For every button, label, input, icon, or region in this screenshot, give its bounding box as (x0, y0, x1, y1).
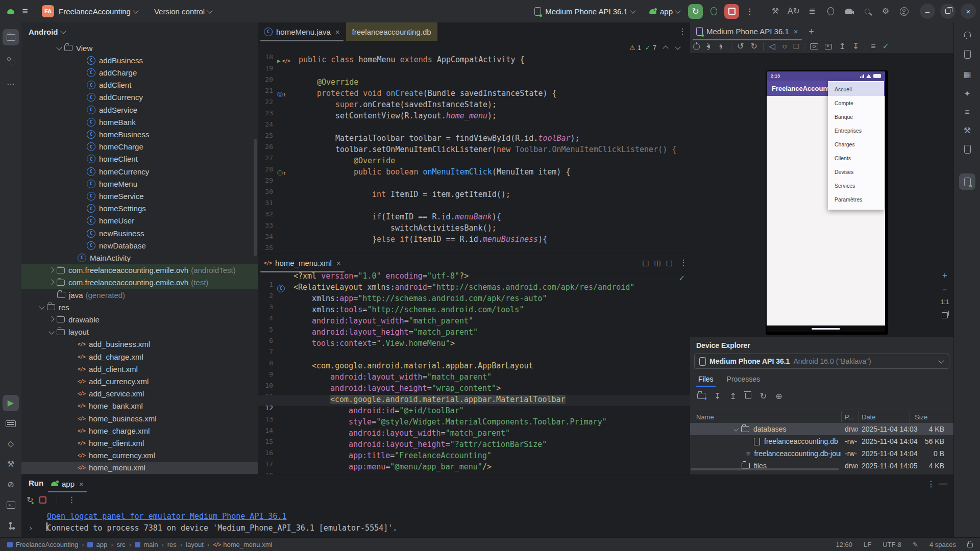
column-Size[interactable]: Size (915, 410, 927, 423)
code-line-20[interactable]: 20 (258, 66, 690, 78)
rerun-button[interactable]: ↻ (688, 4, 703, 19)
tree-item-home_client.xml[interactable]: </> home_client.xml (21, 437, 258, 449)
tree-item-homeBusiness[interactable]: C homeBusiness (21, 128, 258, 140)
upload-icon[interactable]: ↥ (839, 42, 845, 51)
close-tab-icon[interactable]: × (335, 28, 340, 36)
code-line-10[interactable]: 10 android:layout_width="match_parent" (258, 372, 690, 384)
tab-freelanceaccounting-db[interactable]: freelanceaccounting.db (346, 22, 437, 41)
tree-item-homeCurrency[interactable]: C homeCurrency (21, 165, 258, 178)
vcs-widget[interactable]: Version control (154, 7, 213, 16)
tree-item-homeBank[interactable]: C homeBank (21, 116, 258, 128)
download-icon[interactable]: ↧ (852, 42, 859, 51)
rotate-right-icon[interactable]: ↻ (750, 42, 757, 51)
project-scrollbar[interactable] (254, 139, 257, 256)
device-manager-icon[interactable] (959, 46, 975, 62)
emulator-phone-frame[interactable]: 2:13 FreelanceAccounting AccueilCompteBa… (766, 70, 888, 335)
code-line-31[interactable]: 31 int ItemID = item.getItemId(); (258, 190, 690, 201)
build-icon[interactable]: ⚒ (772, 7, 779, 15)
problems-icon[interactable]: ⊘ (3, 477, 19, 493)
run-panel-options-icon[interactable]: ⋮ (927, 479, 935, 489)
notifications-icon[interactable] (964, 31, 971, 37)
close-tab-icon[interactable]: × (336, 259, 341, 267)
zoom-ratio-label[interactable]: 1:1 (941, 298, 949, 306)
project-tool-icon[interactable] (7, 34, 15, 41)
code-line-29[interactable]: 29Ⓘ↑ public boolean onMenuItemClick(Menu… (258, 167, 690, 179)
tree-item-home_bank.xml[interactable]: </> home_bank.xml (21, 400, 258, 412)
menu-item-Entreprises[interactable]: Entreprises (828, 123, 884, 137)
tree-item-com.freelanceaccounting.emile.ovh[interactable]: com.freelanceaccounting.emile.ovh(test) (21, 277, 258, 289)
tab-running-device[interactable]: Medium Phone API 36.1 × (690, 22, 804, 40)
menu-item-Paramètres[interactable]: Paramètres (828, 192, 884, 206)
code-line-23[interactable]: 23 super.onCreate(savedInstanceState); (258, 100, 690, 111)
app-insights-icon[interactable]: ◇ (8, 440, 14, 448)
device-explorer-icon[interactable] (959, 141, 975, 157)
layout-inspector-icon[interactable]: ▦ (963, 70, 971, 79)
menu-item-Devises[interactable]: Devises (828, 165, 884, 179)
tree-item-com.freelanceaccounting.emile.ovh[interactable]: com.freelanceaccounting.emile.ovh(androi… (21, 264, 258, 277)
readonly-lock-icon[interactable] (967, 540, 973, 549)
tree-item-add_service.xml[interactable]: </> add_service.xml (21, 388, 258, 400)
tree-item-add_charge.xml[interactable]: </> add_charge.xml (21, 350, 258, 363)
build-tool-icon[interactable]: ⚒ (7, 460, 14, 468)
code-line-18[interactable]: 18 app:menu="@menu/app_bar_menu"/> (258, 462, 690, 473)
main-menu-button[interactable]: ≡ (17, 4, 33, 19)
code-line-28[interactable]: 28 @Override (258, 156, 690, 167)
code-line-7[interactable]: 7 tools:context=".View.homeMenu"> (258, 339, 690, 350)
overrides-icon[interactable]: Ⓞ↑ (277, 91, 286, 98)
breadcrumb-src[interactable]: src (117, 541, 126, 548)
tree-item-addBusiness[interactable]: C addBusiness (21, 54, 258, 66)
implements-icon[interactable]: Ⓘ↑ (277, 169, 286, 177)
tree-item-java[interactable]: java(generated) (21, 289, 258, 301)
breadcrumb-FreelanceAccounting[interactable]: FreelanceAccounting (7, 541, 78, 548)
tree-item-add_business.xml[interactable]: </> add_business.xml (21, 338, 258, 350)
tree-item-homeSettings[interactable]: C homeSettings (21, 203, 258, 215)
download-file-icon[interactable]: ↧ (714, 392, 721, 400)
tree-item-homeMenu[interactable]: C homeMenu (21, 178, 258, 190)
menu-item-Charges[interactable]: Charges (828, 137, 884, 151)
recent-history-icon[interactable]: ≣ (808, 7, 815, 15)
notifications-icon[interactable] (959, 26, 975, 42)
column-Date[interactable]: Date (862, 410, 875, 423)
tree-item-layout[interactable]: layout (21, 326, 258, 338)
more-tools-icon[interactable]: ⋯ (7, 80, 15, 88)
settings-sliders-icon[interactable]: ≡ (871, 42, 875, 51)
project-widget[interactable]: FA FreelanceAccounting (42, 5, 139, 17)
logcat-icon[interactable] (6, 420, 16, 427)
stop-button[interactable] (724, 4, 739, 19)
more-actions-icon[interactable]: ⋮ (742, 4, 757, 19)
version-control-icon[interactable] (8, 522, 14, 529)
feather-icon[interactable]: ✎ (913, 541, 918, 548)
code-line-17[interactable]: 17 app:title="FreelanceAccounting" (258, 451, 690, 462)
refresh-icon[interactable]: ↻ (760, 392, 767, 400)
device-selector[interactable]: Medium Phone API 36.1 (534, 7, 636, 16)
code-line-6[interactable]: 6 android:layout_height="match_parent" (258, 328, 690, 339)
build-tool-icon[interactable]: ⚒ (3, 456, 19, 472)
tree-item-addService[interactable]: C addService (21, 104, 258, 116)
tree-item-home_currency.xml[interactable]: </> home_currency.xml (21, 449, 258, 462)
column-P...[interactable]: P... (845, 410, 854, 423)
column-Name[interactable]: Name (696, 410, 714, 423)
sync-ok-icon[interactable]: ✓ (883, 42, 889, 51)
menu-item-Banque[interactable]: Banque (828, 110, 884, 123)
gemini-icon[interactable]: ✦ (959, 86, 975, 102)
device-file-row-freelanceaccounting.db-journal[interactable]: ≡freelanceaccounting.db-journal -rw- 202… (690, 447, 953, 460)
app-insights-icon[interactable]: ◇ (3, 436, 19, 452)
device-manager-icon[interactable] (964, 50, 971, 59)
menu-item-Compte[interactable]: Compte (828, 96, 884, 110)
screen-record-icon[interactable] (825, 44, 832, 49)
device-table-scrollbar[interactable] (691, 468, 839, 470)
line-separator[interactable]: LF (864, 541, 871, 548)
back-icon[interactable]: ◁ (769, 42, 775, 51)
rotate-left-icon[interactable]: ↺ (737, 42, 744, 51)
run-line-icon[interactable]: ▶ (277, 58, 281, 64)
tree-item-homeClient[interactable]: C homeClient (21, 153, 258, 165)
terminal-icon[interactable]: >_ (3, 497, 19, 513)
new-device-tab-icon[interactable]: + (804, 22, 819, 41)
code-line-21[interactable]: 21 @Override (258, 78, 690, 89)
layout-inspector-icon[interactable]: ▦ (959, 66, 975, 83)
minimize-button[interactable]: – (920, 4, 935, 19)
code-line-22[interactable]: 22Ⓞ↑ protected void onCreate(Bundle save… (258, 89, 690, 100)
code-line-11[interactable]: 11 android:layout_height="wrap_content"> (258, 384, 690, 395)
editor-options-icon[interactable]: ⋮ (675, 22, 690, 41)
project-view-selector[interactable]: Android (21, 22, 258, 41)
